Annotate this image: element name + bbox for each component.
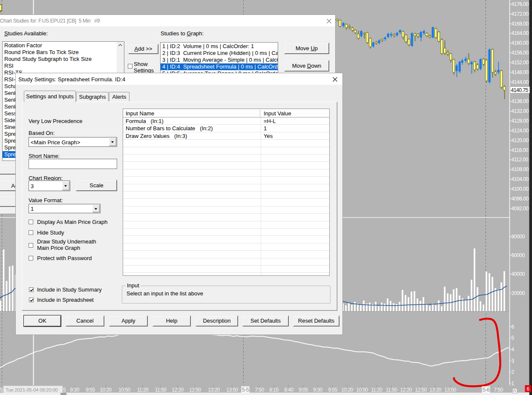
svg-text:4116.00: 4116.00 bbox=[512, 147, 529, 153]
svg-text:7:50: 7:50 bbox=[255, 387, 264, 393]
svg-text:6: 6 bbox=[512, 324, 515, 330]
svg-text:5: 5 bbox=[63, 387, 66, 393]
svg-text:10:20: 10:20 bbox=[341, 387, 353, 393]
svg-text:11:20: 11:20 bbox=[371, 387, 382, 393]
svg-text:4092.00: 4092.00 bbox=[512, 206, 529, 212]
svg-text:13:50: 13:50 bbox=[444, 387, 456, 393]
svg-text:4168.00: 4168.00 bbox=[512, 21, 529, 27]
svg-text:6: 6 bbox=[526, 386, 529, 392]
svg-text:4156.00: 4156.00 bbox=[512, 50, 529, 56]
svg-text:4104.00: 4104.00 bbox=[512, 176, 529, 182]
svg-text:5: 5 bbox=[512, 335, 515, 341]
svg-text:13:20: 13:20 bbox=[208, 387, 220, 393]
svg-text:4152.00: 4152.00 bbox=[512, 60, 529, 66]
svg-text:5-5: 5-5 bbox=[242, 387, 249, 393]
svg-text:5-6: 5-6 bbox=[483, 387, 490, 393]
svg-text:3: 3 bbox=[512, 358, 515, 364]
svg-text:1: 1 bbox=[512, 381, 515, 386]
svg-text:9:55: 9:55 bbox=[86, 387, 95, 393]
svg-text:4128.00: 4128.00 bbox=[512, 118, 529, 124]
svg-text:4176.00: 4176.00 bbox=[512, 1, 529, 7]
svg-text:12:20: 12:20 bbox=[172, 387, 184, 393]
svg-text:4160.00: 4160.00 bbox=[512, 40, 529, 46]
svg-text:10:50: 10:50 bbox=[118, 387, 130, 393]
svg-text:20000: 20000 bbox=[512, 290, 525, 296]
svg-text:4: 4 bbox=[512, 346, 515, 352]
svg-text:8:15: 8:15 bbox=[269, 387, 279, 393]
svg-text:9:05: 9:05 bbox=[299, 387, 308, 393]
svg-text:13:50: 13:50 bbox=[226, 387, 238, 393]
svg-text:80000: 80000 bbox=[512, 234, 525, 240]
svg-text:4140.75: 4140.75 bbox=[511, 87, 529, 93]
svg-text:60000: 60000 bbox=[512, 252, 525, 258]
svg-text:12:20: 12:20 bbox=[400, 387, 412, 393]
svg-text:4124.00: 4124.00 bbox=[512, 128, 529, 134]
svg-text:11:20: 11:20 bbox=[137, 387, 149, 393]
svg-text:9:30: 9:30 bbox=[70, 387, 79, 393]
svg-text:8:40: 8:40 bbox=[284, 387, 293, 393]
svg-text:4148.00: 4148.00 bbox=[512, 69, 529, 75]
svg-text:4096.00: 4096.00 bbox=[512, 196, 529, 202]
svg-text:10:50: 10:50 bbox=[356, 387, 368, 393]
svg-text:4100.00: 4100.00 bbox=[512, 186, 529, 192]
svg-text:4120.00: 4120.00 bbox=[512, 137, 529, 143]
svg-text:4108.00: 4108.00 bbox=[512, 166, 529, 172]
svg-text:7:50: 7:50 bbox=[494, 387, 503, 393]
svg-text:13:20: 13:20 bbox=[429, 387, 441, 393]
svg-text:40000: 40000 bbox=[512, 271, 525, 277]
svg-text:4164.00: 4164.00 bbox=[512, 30, 529, 36]
svg-text:12:50: 12:50 bbox=[189, 387, 201, 393]
svg-text:Tue 2021-05-04 08:20:00: Tue 2021-05-04 08:20:00 bbox=[6, 387, 58, 392]
svg-text:9:30: 9:30 bbox=[313, 387, 322, 393]
svg-text:4144.00: 4144.00 bbox=[512, 79, 529, 85]
svg-text:4136.00: 4136.00 bbox=[512, 98, 529, 104]
svg-text:11:50: 11:50 bbox=[386, 387, 397, 393]
svg-text:4112.00: 4112.00 bbox=[512, 157, 529, 163]
svg-text:9:55: 9:55 bbox=[328, 387, 337, 393]
svg-text:4172.00: 4172.00 bbox=[512, 11, 529, 17]
svg-text:12:50: 12:50 bbox=[415, 387, 427, 393]
svg-text:4132.00: 4132.00 bbox=[512, 108, 529, 114]
svg-text:2: 2 bbox=[512, 369, 515, 375]
svg-text:11:50: 11:50 bbox=[155, 387, 167, 393]
svg-text:10:20: 10:20 bbox=[100, 387, 112, 393]
